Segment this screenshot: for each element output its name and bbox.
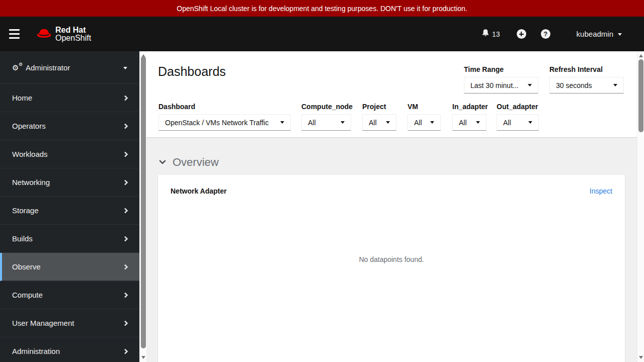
caret-down-icon <box>341 121 345 124</box>
project-select[interactable]: All <box>362 114 396 131</box>
openshift-console: OpenShift Local cluster is for developme… <box>0 0 644 362</box>
sidebar-nav: ⚙ ⚙ Administrator Home Operators Workloa… <box>0 51 139 362</box>
redhat-openshift-logo[interactable]: Red Hat OpenShift <box>36 26 91 42</box>
card-title: Network Adapter <box>171 187 227 195</box>
time-range-label: Time Range <box>464 65 504 73</box>
vm-filter-label: VM <box>408 103 418 111</box>
empty-state-message: No datapoints found. <box>158 255 625 263</box>
sidebar-item-networking[interactable]: Networking <box>0 168 139 197</box>
brand-text: Red Hat OpenShift <box>55 26 91 42</box>
caret-down-icon <box>123 67 127 69</box>
hamburger-menu-icon[interactable] <box>9 27 20 41</box>
caret-down-icon <box>476 121 480 124</box>
overview-section-toggle[interactable]: Overview <box>160 156 219 169</box>
masthead-toolbar: 13 ? kubeadmin <box>481 17 622 51</box>
user-menu[interactable]: kubeadmin <box>577 30 622 38</box>
caret-down-icon <box>280 121 284 124</box>
banner-text: OpenShift Local cluster is for developme… <box>177 5 467 13</box>
content-scrollbar-left[interactable] <box>139 51 146 362</box>
scroll-down-arrow-icon[interactable] <box>639 356 643 359</box>
bell-icon <box>481 29 490 39</box>
scroll-up-arrow-icon[interactable] <box>639 54 643 57</box>
quick-create-button[interactable] <box>517 29 526 39</box>
dashboard-select[interactable]: OpenStack / VMs Network Traffic <box>158 114 291 131</box>
chevron-right-icon <box>122 208 128 213</box>
out-adapter-select[interactable]: All <box>497 114 539 131</box>
inspect-link[interactable]: Inspect <box>590 187 612 195</box>
brand-line1: Red Hat <box>55 26 91 34</box>
dashboard-body: Overview Network Adapter Inspect No data… <box>146 137 637 362</box>
in-adapter-filter-label: In_adapter <box>452 103 488 111</box>
chevron-down-icon <box>159 157 166 164</box>
chevron-right-icon <box>122 151 128 157</box>
redhat-fedora-icon <box>36 28 52 41</box>
help-button[interactable]: ? <box>541 29 550 39</box>
scrollbar-thumb[interactable] <box>638 59 643 132</box>
sidebar-item-storage[interactable]: Storage <box>0 197 139 225</box>
scroll-down-arrow-icon[interactable] <box>141 356 145 359</box>
cluster-warning-banner: OpenShift Local cluster is for developme… <box>0 0 644 17</box>
scrollbar-thumb[interactable] <box>141 56 146 348</box>
sidebar-item-user-management[interactable]: User Management <box>0 309 139 337</box>
overview-section-title: Overview <box>173 156 219 169</box>
main-content: Dashboards Time Range Last 30 minut... R… <box>146 51 637 362</box>
caret-down-icon <box>528 121 532 124</box>
chevron-right-icon <box>122 95 128 101</box>
dashboard-filter-label: Dashboard <box>158 103 195 111</box>
in-adapter-select[interactable]: All <box>452 114 487 131</box>
cogs-icon: ⚙ ⚙ <box>12 63 22 71</box>
perspective-label: Administrator <box>26 63 123 72</box>
sidebar-item-workloads[interactable]: Workloads <box>0 140 139 168</box>
out-adapter-filter-label: Out_adapter <box>497 103 538 111</box>
chevron-right-icon <box>122 179 128 185</box>
chevron-right-icon <box>122 292 128 298</box>
sidebar-item-compute[interactable]: Compute <box>0 281 139 309</box>
chevron-right-icon <box>122 320 128 326</box>
refresh-interval-select[interactable]: 30 seconds <box>549 77 624 94</box>
vm-select[interactable]: All <box>408 114 441 131</box>
caret-down-icon <box>613 84 617 86</box>
card-header: Network Adapter Inspect <box>158 175 625 195</box>
sidebar-item-home[interactable]: Home <box>0 84 139 112</box>
network-adapter-card: Network Adapter Inspect No datapoints fo… <box>158 175 625 362</box>
username: kubeadmin <box>577 30 613 38</box>
caret-down-icon <box>386 121 390 124</box>
caret-down-icon <box>618 33 622 36</box>
sidebar-item-administration[interactable]: Administration <box>0 337 139 362</box>
page-title: Dashboards <box>158 64 226 79</box>
caret-down-icon <box>430 121 434 124</box>
brand-line2: OpenShift <box>55 34 91 42</box>
chevron-right-icon <box>122 236 128 241</box>
chevron-right-icon <box>122 348 128 354</box>
compute-node-select[interactable]: All <box>301 114 351 131</box>
sidebar-item-observe[interactable]: Observe <box>0 253 139 281</box>
content-scrollbar-right[interactable] <box>637 51 644 362</box>
perspective-switcher[interactable]: ⚙ ⚙ Administrator <box>0 51 139 84</box>
sidebar-item-builds[interactable]: Builds <box>0 225 139 253</box>
refresh-interval-label: Refresh Interval <box>549 65 603 73</box>
notifications-button[interactable]: 13 <box>481 29 500 39</box>
masthead: Red Hat OpenShift 13 ? kubeadmin <box>0 17 644 51</box>
question-icon: ? <box>543 30 547 38</box>
caret-down-icon <box>528 84 532 86</box>
project-filter-label: Project <box>362 103 386 111</box>
chevron-right-icon <box>122 123 128 129</box>
notification-count: 13 <box>492 30 500 38</box>
chevron-right-icon <box>122 264 128 269</box>
time-range-select[interactable]: Last 30 minut... <box>464 77 538 94</box>
compute-node-filter-label: Compute_node <box>301 103 353 111</box>
sidebar-item-operators[interactable]: Operators <box>0 112 139 140</box>
